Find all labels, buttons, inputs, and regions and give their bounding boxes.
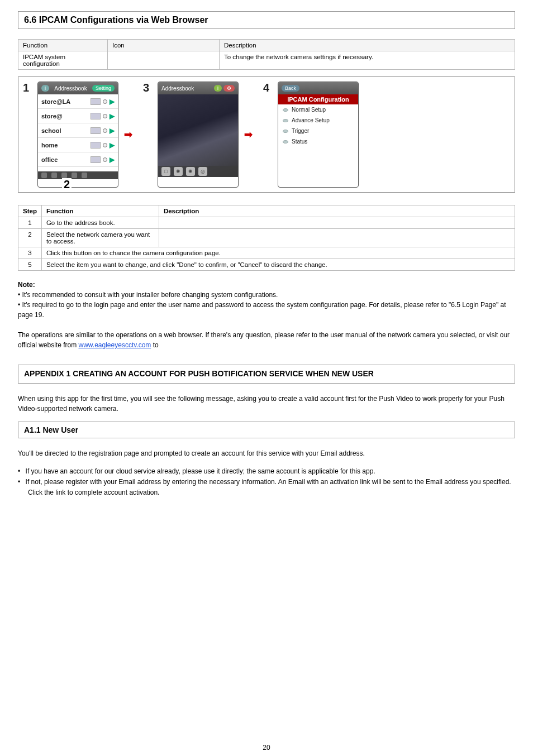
section-a-heading-box: A1.1 New User — [18, 422, 515, 438]
steps-table: Step Function Description 1 Go to the ad… — [18, 205, 515, 271]
camera-toolbar: □ ✺ ✺ ◎ — [158, 166, 238, 177]
thumb-icon — [91, 156, 101, 163]
radio-icon — [103, 128, 107, 133]
config-title: IPCAM Configuration — [278, 94, 358, 104]
cfg-item-status[interactable]: Status — [278, 136, 358, 147]
section-heading-box: 6.6 IPCAM Configurations via Web Browser — [18, 11, 515, 29]
page-number: 20 — [263, 744, 270, 752]
radio-icon — [103, 143, 107, 147]
radio-icon — [103, 99, 107, 104]
thumb-icon — [91, 142, 101, 149]
section-a-text: You'll be directed to the registration p… — [18, 448, 515, 458]
bottom-toolbar — [38, 171, 118, 179]
cam-icon[interactable]: □ — [161, 167, 170, 176]
live-header: Addressbook i ⚙ — [158, 82, 238, 94]
gear-icon[interactable]: ✺ — [174, 167, 183, 176]
note-2: It's required to go to the login page an… — [18, 300, 515, 320]
camera-feed: □ ✺ ✺ ◎ — [158, 94, 238, 177]
step-num-3: 3 — [18, 247, 42, 259]
bullet-icon — [283, 108, 288, 112]
thumb-icon — [91, 98, 101, 105]
abook-label-4: home — [41, 142, 58, 149]
step-num-2: 2 — [18, 229, 42, 247]
abook-label-5: office — [41, 156, 58, 163]
go-icon[interactable]: ▶ — [110, 112, 115, 120]
col-icon: Icon — [108, 40, 220, 51]
abook-label-3: school — [41, 127, 61, 134]
step-func-3: Click this button on to chance the camer… — [41, 247, 515, 259]
step-func-5: Select the item you want to change, and … — [41, 259, 515, 271]
cfg-label-advance: Advance Setup — [292, 117, 330, 123]
figure-label-4: 4 — [263, 82, 272, 94]
abook-label-1: store@LA — [41, 98, 70, 105]
official-link[interactable]: www.eagleeyescctv.com — [79, 341, 151, 349]
figure-label-1: 1 — [23, 82, 32, 94]
setting-button[interactable]: Setting — [92, 85, 115, 92]
section-a-bullets: If you have an account for our cloud ser… — [28, 466, 515, 499]
bullet-2: If not, please register with your Email … — [28, 477, 515, 498]
cell-icon — [108, 51, 220, 70]
cfg-item-normal[interactable]: Normal Setup — [278, 104, 358, 115]
figure-label-2: 2 — [62, 178, 72, 191]
cell-function: IPCAM system configuration — [18, 51, 108, 70]
gear-icon[interactable]: ✺ — [186, 167, 195, 176]
panel-addressbook: i Addressbook Setting store@LA ▶ store@ … — [37, 82, 118, 188]
go-icon[interactable]: ▶ — [110, 156, 115, 164]
gear-icon[interactable]: ⚙ — [223, 85, 235, 92]
panel-config: Back IPCAM Configuration Normal Setup Ad… — [278, 82, 359, 188]
step-col-func: Function — [41, 205, 159, 217]
step-desc-1 — [159, 217, 515, 229]
abook-row-3[interactable]: school ▶ — [38, 123, 118, 138]
cfg-label-status: Status — [292, 138, 307, 145]
figure-label-3: 3 — [143, 82, 152, 94]
step-func-2: Select the network camera you want to ac… — [41, 229, 159, 247]
abook-row-1[interactable]: store@LA ▶ — [38, 94, 118, 109]
abook-row-2[interactable]: store@ ▶ — [38, 109, 118, 123]
go-icon[interactable]: ▶ — [110, 141, 115, 149]
note-1: It's recommended to consult with your in… — [18, 290, 515, 300]
abook-label-2: store@ — [41, 113, 63, 119]
notes-block: Note: It's recommended to consult with y… — [18, 280, 515, 350]
appendix-heading: APPENDIX 1 CREATING AN ACCOUNT FOR PUSH … — [24, 369, 374, 378]
back-button[interactable]: Back — [282, 85, 299, 92]
go-icon[interactable]: ▶ — [110, 98, 115, 106]
target-icon[interactable]: ◎ — [198, 167, 207, 176]
step-col-num: Step — [18, 205, 42, 217]
abook-row-5[interactable]: office ▶ — [38, 152, 118, 167]
bullet-icon — [283, 119, 288, 122]
appendix-text: When using this app for the first time, … — [18, 394, 515, 414]
step-num-1: 1 — [18, 217, 42, 229]
to-word: to — [151, 341, 158, 349]
config-header-bar: Back — [278, 82, 358, 94]
section-heading: 6.6 IPCAM Configurations via Web Browser — [24, 15, 509, 25]
appendix-heading-box: APPENDIX 1 CREATING AN ACCOUNT FOR PUSH … — [18, 365, 515, 384]
bullet-icon — [283, 130, 288, 133]
info-icon[interactable]: i — [214, 85, 222, 92]
cfg-label-trigger: Trigger — [292, 128, 309, 134]
radio-icon — [103, 157, 107, 162]
step-desc-2 — [159, 229, 515, 247]
arrow-icon: ➡ — [244, 128, 258, 141]
function-table: Function Icon Description IPCAM system c… — [18, 39, 515, 70]
bullet-1: If you have an account for our cloud ser… — [28, 466, 515, 477]
figure-panels: 1 i Addressbook Setting store@LA ▶ store… — [18, 76, 515, 193]
cfg-item-trigger[interactable]: Trigger — [278, 126, 358, 136]
addressbook-title: Addressbook — [54, 85, 87, 92]
abook-row-4[interactable]: home ▶ — [38, 138, 118, 152]
info-icon[interactable]: i — [41, 85, 49, 92]
cfg-label-normal: Normal Setup — [292, 107, 326, 113]
cfg-item-advance[interactable]: Advance Setup — [278, 115, 358, 126]
live-title: Addressbook — [161, 85, 194, 92]
thumb-icon — [91, 113, 101, 119]
arrow-icon: ➡ — [124, 128, 137, 141]
section-a-heading: A1.1 New User — [24, 425, 78, 434]
go-icon[interactable]: ▶ — [110, 127, 115, 135]
step-func-1: Go to the address book. — [41, 217, 159, 229]
col-function: Function — [18, 40, 108, 51]
col-desc: Description — [220, 40, 515, 51]
addressbook-header: i Addressbook Setting — [38, 82, 118, 94]
step-col-desc: Description — [159, 205, 515, 217]
step-num-5: 5 — [18, 259, 42, 271]
panel-live-view: Addressbook i ⚙ □ ✺ ✺ ◎ — [158, 82, 239, 188]
notes-heading: Note: — [18, 281, 35, 289]
